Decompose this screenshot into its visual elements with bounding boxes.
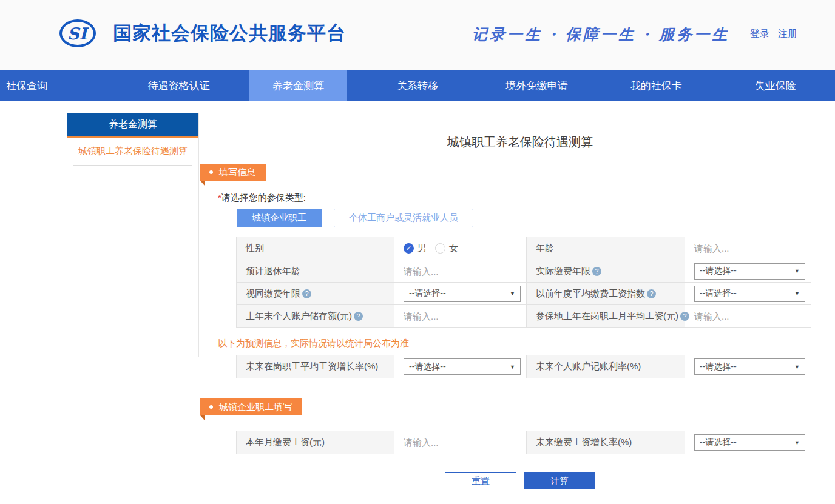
select-dropdown[interactable]: --请选择--▼ xyxy=(404,286,521,302)
site-title: 国家社会保险公共服务平台 xyxy=(113,21,346,46)
nav-tab-5[interactable]: 我的社保卡 xyxy=(597,70,716,101)
table-cell: --请选择--▼ xyxy=(685,355,811,378)
table-cell xyxy=(394,305,527,327)
participation-type-text: 请选择您的参保类型: xyxy=(221,192,306,203)
table-cell xyxy=(685,305,811,327)
table-cell: 预计退休年龄 xyxy=(237,260,394,282)
badge-label: 城镇企业职工填写 xyxy=(219,402,292,413)
si-logo-icon: SI xyxy=(59,19,96,47)
table-cell: 未来在岗职工平均工资增长率(%) xyxy=(237,355,394,378)
nav-tab-label: 关系转移 xyxy=(374,70,461,101)
field-label: 年龄 xyxy=(536,243,554,254)
table-row: 未来在岗职工平均工资增长率(%)--请选择--▼未来个人账户记账利率(%)--请… xyxy=(237,355,811,378)
field-label: 性别 xyxy=(246,243,264,254)
field-label: 视同缴费年限 xyxy=(246,288,300,300)
field-label: 未来在岗职工平均工资增长率(%) xyxy=(246,361,378,372)
login-link[interactable]: 登录 xyxy=(750,28,769,41)
calculate-button[interactable]: 计算 xyxy=(524,472,595,489)
field-label: 实际缴费年限 xyxy=(536,266,590,277)
radio-option-0[interactable]: ✓ xyxy=(404,243,414,254)
table-cell: 实际缴费年限? xyxy=(527,260,685,282)
basic-info-table: 性别✓男女年龄预计退休年龄实际缴费年限?--请选择--▼视同缴费年限?--请选择… xyxy=(236,237,811,328)
field-label: 未来个人账户记账利率(%) xyxy=(536,361,641,372)
badge-dot-icon xyxy=(209,170,213,174)
logo-si-text: SI xyxy=(67,25,88,42)
table-cell: 视同缴费年限? xyxy=(237,283,394,304)
site-slogan: 记录一生 · 保障一生 · 服务一生 xyxy=(472,24,729,44)
text-input[interactable] xyxy=(404,437,521,448)
table-cell: 性别 xyxy=(237,237,394,260)
select-dropdown[interactable]: --请选择--▼ xyxy=(694,286,805,302)
help-icon[interactable]: ? xyxy=(647,289,656,298)
auth-links: 登录 注册 xyxy=(750,28,797,41)
table-cell xyxy=(394,260,527,282)
section-badge-fill-info: 填写信息 xyxy=(200,164,266,181)
table-cell: 未来个人账户记账利率(%) xyxy=(527,355,685,378)
text-input[interactable] xyxy=(404,266,521,277)
employee-fill-table: 本年月缴费工资(元)未来缴费工资增长率(%)--请选择--▼ xyxy=(236,431,811,454)
nav-tab-label: 养老金测算 xyxy=(249,70,347,101)
sidebar: 养老金测算 城镇职工养老保险待遇测算 xyxy=(67,113,199,357)
nav-tab-0[interactable]: 社保查询 xyxy=(0,70,120,101)
help-icon[interactable]: ? xyxy=(302,289,311,298)
sidebar-item-0[interactable]: 城镇职工养老保险待遇测算 xyxy=(73,138,192,166)
table-row: 预计退休年龄实际缴费年限?--请选择--▼ xyxy=(237,260,811,282)
table-cell: --请选择--▼ xyxy=(685,283,811,304)
table-cell: 上年末个人账户储存额(元)? xyxy=(237,305,394,327)
select-dropdown[interactable]: --请选择--▼ xyxy=(694,263,805,280)
select-value: --请选择-- xyxy=(409,288,446,299)
forecast-table: 未来在岗职工平均工资增长率(%)--请选择--▼未来个人账户记账利率(%)--请… xyxy=(236,355,811,378)
nav-tab-2[interactable]: 养老金测算 xyxy=(238,70,358,101)
select-dropdown[interactable]: --请选择--▼ xyxy=(404,358,521,375)
chevron-down-icon: ▼ xyxy=(794,364,800,370)
nav-tab-1[interactable]: 待遇资格认证 xyxy=(120,70,239,101)
field-label: 预计退休年龄 xyxy=(246,266,300,277)
sidebar-items: 城镇职工养老保险待遇测算 xyxy=(67,138,198,166)
participation-type-buttons: 城镇企业职工个体工商户或灵活就业人员 xyxy=(237,209,473,227)
table-cell xyxy=(685,237,811,260)
table-row: 本年月缴费工资(元)未来缴费工资增长率(%)--请选择--▼ xyxy=(237,431,811,454)
help-icon[interactable]: ? xyxy=(354,312,363,321)
text-input[interactable] xyxy=(694,311,805,321)
select-value: --请选择-- xyxy=(700,361,737,372)
help-icon[interactable]: ? xyxy=(592,267,601,276)
table-row: 视同缴费年限?--请选择--▼以前年度平均缴费工资指数?--请选择--▼ xyxy=(237,282,811,304)
reset-button[interactable]: 重置 xyxy=(445,472,516,489)
chevron-down-icon: ▼ xyxy=(794,268,800,274)
sidebar-title: 养老金测算 xyxy=(67,113,198,138)
chevron-down-icon: ▼ xyxy=(510,364,515,370)
nav-tab-3[interactable]: 关系转移 xyxy=(358,70,478,101)
action-buttons: 重置 计算 xyxy=(205,472,835,489)
chevron-down-icon: ▼ xyxy=(794,440,800,446)
select-dropdown[interactable]: --请选择--▼ xyxy=(694,434,805,451)
nav-tab-label: 社保查询 xyxy=(0,70,53,101)
table-cell: 本年月缴费工资(元) xyxy=(237,431,394,454)
table-cell: --请选择--▼ xyxy=(394,355,527,378)
text-input[interactable] xyxy=(404,311,521,321)
radio-option-1[interactable] xyxy=(435,243,445,254)
site-logo: SI 国家社会保险公共服务平台 xyxy=(59,19,346,47)
text-input[interactable] xyxy=(694,243,805,254)
table-row: 性别✓男女年龄 xyxy=(237,237,811,260)
nav-tab-4[interactable]: 境外免缴申请 xyxy=(477,70,597,101)
field-label: 本年月缴费工资(元) xyxy=(246,437,325,448)
table-cell: 以前年度平均缴费工资指数? xyxy=(527,283,685,304)
register-link[interactable]: 注册 xyxy=(778,28,797,41)
nav-tab-6[interactable]: 失业保险 xyxy=(715,70,835,101)
select-value: --请选择-- xyxy=(700,288,737,299)
field-label: 参保地上年在岗职工月平均工资(元) xyxy=(536,311,678,322)
select-value: --请选择-- xyxy=(409,361,446,372)
nav-tab-label: 失业保险 xyxy=(732,70,819,101)
nav-bar: 社保查询待遇资格认证养老金测算关系转移境外免缴申请我的社保卡失业保险 xyxy=(0,70,835,101)
table-cell: 未来缴费工资增长率(%) xyxy=(527,431,685,454)
radio-label: 女 xyxy=(449,243,458,254)
page-header: SI 国家社会保险公共服务平台 记录一生 · 保障一生 · 服务一生 登录 注册 xyxy=(0,0,835,70)
select-value: --请选择-- xyxy=(700,266,737,277)
nav-tab-label: 境外免缴申请 xyxy=(483,70,591,101)
table-cell: 参保地上年在岗职工月平均工资(元)? xyxy=(527,305,685,327)
field-label: 上年末个人账户储存额(元) xyxy=(246,311,352,322)
type-option-0[interactable]: 城镇企业职工 xyxy=(237,209,322,227)
select-dropdown[interactable]: --请选择--▼ xyxy=(694,358,805,375)
type-option-1[interactable]: 个体工商户或灵活就业人员 xyxy=(334,209,473,227)
main-panel: 城镇职工养老保险待遇测算 填写信息 *请选择您的参保类型: 城镇企业职工个体工商… xyxy=(205,113,835,492)
